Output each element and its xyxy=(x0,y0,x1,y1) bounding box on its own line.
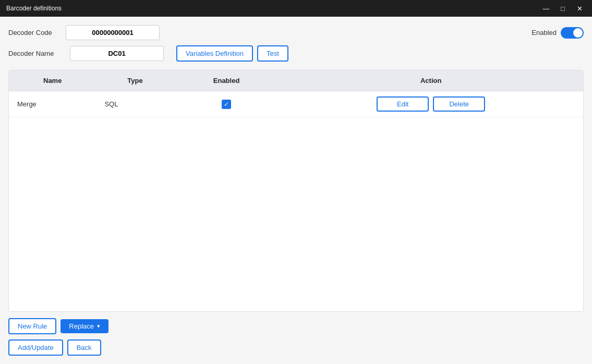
variables-definition-button[interactable]: Variables Definition xyxy=(176,45,253,62)
enabled-section: Enabled xyxy=(531,27,584,39)
minimize-button[interactable]: — xyxy=(540,2,552,15)
enabled-checkbox[interactable]: ✓ xyxy=(222,100,231,109)
test-button[interactable]: Test xyxy=(257,45,288,62)
edit-button[interactable]: Edit xyxy=(377,96,429,112)
col-header-type: Type xyxy=(96,70,174,91)
decoder-code-row: Decoder Code Enabled xyxy=(8,25,584,40)
window-controls: — □ ✕ xyxy=(540,2,586,15)
main-content: Decoder Code Enabled Decoder Name Variab… xyxy=(0,17,592,364)
col-header-enabled: Enabled xyxy=(174,70,279,91)
col-header-action: Action xyxy=(279,70,583,91)
decoder-name-row: Decoder Name Variables Definition Test xyxy=(8,45,584,62)
new-rule-button[interactable]: New Rule xyxy=(8,318,56,334)
close-button[interactable]: ✕ xyxy=(573,2,586,15)
decoder-name-input[interactable] xyxy=(70,46,164,61)
enabled-toggle[interactable] xyxy=(561,27,584,39)
table-header-row: Name Type Enabled Action xyxy=(9,70,583,91)
title-bar: Barcoder definitions — □ ✕ xyxy=(0,0,592,17)
decoder-name-label: Decoder Name xyxy=(8,50,66,57)
bottom-toolbar: New Rule Replace ▾ xyxy=(8,318,584,334)
decoder-code-input[interactable] xyxy=(66,25,160,40)
table-row: Merge SQL ✓ Edit Delete xyxy=(9,91,583,117)
decoder-code-label: Decoder Code xyxy=(8,29,66,37)
back-button[interactable]: Back xyxy=(67,339,101,356)
bottom-actions: Add/Update Back xyxy=(8,339,584,356)
row-type: SQL xyxy=(96,91,174,117)
add-update-button[interactable]: Add/Update xyxy=(8,339,63,356)
replace-label: Replace xyxy=(69,322,94,330)
maximize-button[interactable]: □ xyxy=(557,2,569,15)
rules-table-container: Name Type Enabled Action Merge SQL ✓ xyxy=(8,70,584,312)
enabled-label: Enabled xyxy=(531,29,557,37)
col-header-name: Name xyxy=(9,70,96,91)
rules-table: Name Type Enabled Action Merge SQL ✓ xyxy=(9,70,583,117)
action-cell: Edit Delete xyxy=(287,96,575,112)
row-action: Edit Delete xyxy=(279,91,583,117)
replace-button[interactable]: Replace ▾ xyxy=(61,319,108,333)
delete-button[interactable]: Delete xyxy=(433,96,485,112)
window-title: Barcoder definitions xyxy=(6,5,62,12)
toggle-knob xyxy=(573,28,583,38)
row-name: Merge xyxy=(9,91,96,117)
row-enabled: ✓ xyxy=(174,91,279,117)
replace-chevron-icon: ▾ xyxy=(97,323,100,330)
